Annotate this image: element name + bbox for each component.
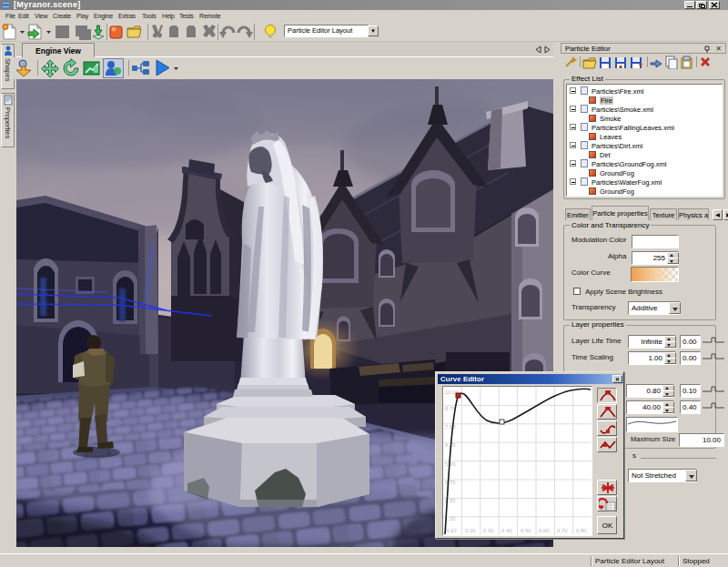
svg-text:0.60: 0.60 — [539, 528, 550, 533]
svg-text:0.80: 0.80 — [576, 528, 587, 533]
svg-text:7.50: 7.50 — [445, 424, 456, 430]
svg-text:0.70: 0.70 — [557, 528, 568, 533]
svg-text:5.00: 5.00 — [445, 461, 456, 467]
svg-text:0.20: 0.20 — [465, 528, 476, 533]
svg-text:0.30: 0.30 — [483, 528, 494, 533]
svg-text:0.50: 0.50 — [521, 528, 531, 533]
svg-text:0.10: 0.10 — [446, 528, 457, 533]
svg-text:0.40: 0.40 — [501, 528, 512, 533]
svg-text:3.75: 3.75 — [445, 480, 456, 485]
